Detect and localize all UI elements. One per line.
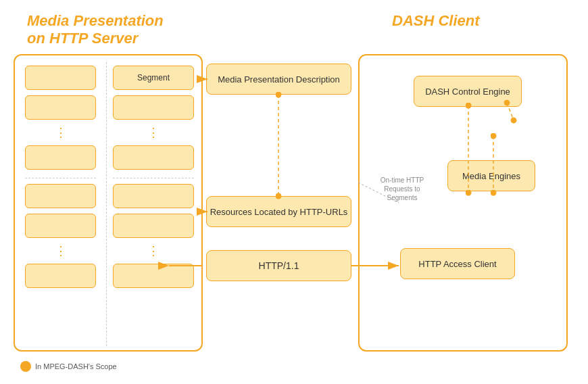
legend: In MPEG-DASH's Scope [20,361,117,372]
server-col-right: Segment ⋮ ⋮ [113,66,194,293]
seg-block-l4 [25,184,96,208]
seg-block-l1 [25,66,96,90]
server-title: Media Presentationon HTTP Server [27,12,164,48]
seg-block-r1: Segment [113,66,194,90]
legend-circle [20,361,31,372]
media-engines: Media Engines [447,160,535,191]
http11-node: HTTP/1.1 [206,250,351,281]
seg-block-r6 [113,264,194,288]
seg-block-l5 [25,214,96,238]
http-access-client: HTTP Access Client [400,248,515,279]
dots-l1: ⋮ [25,125,96,140]
seg-block-r5 [113,214,194,238]
seg-block-r2 [113,95,194,120]
seg-block-l6 [25,264,96,288]
ontime-label: On-time HTTP Requests to Segments [375,176,429,202]
dots-r1: ⋮ [113,125,194,140]
client-box: DASH Control Engine Media Engines HTTP A… [358,54,568,352]
seg-block-r3 [113,145,194,170]
legend-text: In MPEG-DASH's Scope [35,362,117,370]
seg-block-r4 [113,184,194,208]
diagram-container: Media Presentationon HTTP Server DASH Cl… [0,0,588,384]
dots-l2: ⋮ [25,243,96,258]
server-col-left: ⋮ ⋮ [25,66,96,293]
server-box: ⋮ ⋮ Segment ⋮ ⋮ [14,54,203,352]
client-title: DASH Client [392,12,480,30]
server-divider [106,62,107,346]
resources-node: Resources Located by HTTP-URLs [206,196,351,227]
mpd-node: Media Presentation Description [206,64,351,95]
seg-block-l3 [25,145,96,170]
dash-control-engine: DASH Control Engine [414,76,522,107]
seg-block-l2 [25,95,96,120]
dots-r2: ⋮ [113,243,194,258]
